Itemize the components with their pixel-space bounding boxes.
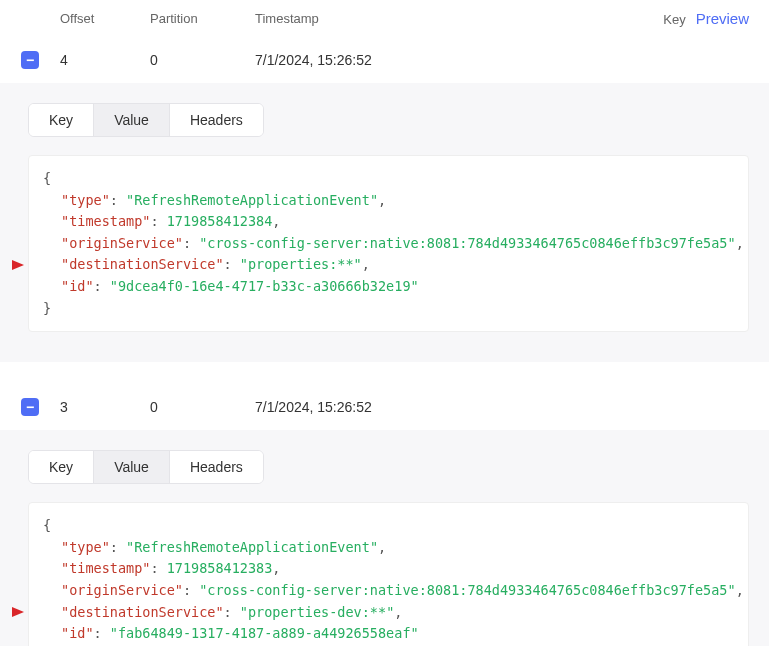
col-header-timestamp: Timestamp xyxy=(255,11,639,26)
tab-bar: Key Value Headers xyxy=(28,450,264,484)
cell-timestamp: 7/1/2024, 15:26:52 xyxy=(255,52,639,68)
table-row: − 3 0 7/1/2024, 15:26:52 xyxy=(0,384,769,430)
cell-partition: 0 xyxy=(150,399,255,415)
detail-panel: Key Value Headers {"type": "RefreshRemot… xyxy=(0,83,769,362)
col-header-key: Key xyxy=(663,12,685,27)
tab-bar: Key Value Headers xyxy=(28,103,264,137)
tab-key[interactable]: Key xyxy=(29,451,94,483)
cell-partition: 0 xyxy=(150,52,255,68)
json-payload: {"type": "RefreshRemoteApplicationEvent"… xyxy=(28,502,749,646)
tab-headers[interactable]: Headers xyxy=(170,104,263,136)
highlight-arrow-icon xyxy=(12,260,24,270)
table-header: Offset Partition Timestamp Key Preview xyxy=(0,0,769,37)
preview-link[interactable]: Preview xyxy=(696,10,749,27)
collapse-button[interactable]: − xyxy=(21,51,39,69)
collapse-button[interactable]: − xyxy=(21,398,39,416)
highlight-arrow-icon xyxy=(12,607,24,617)
tab-key[interactable]: Key xyxy=(29,104,94,136)
table-row: − 4 0 7/1/2024, 15:26:52 xyxy=(0,37,769,83)
tab-value[interactable]: Value xyxy=(94,104,170,136)
json-payload: {"type": "RefreshRemoteApplicationEvent"… xyxy=(28,155,749,332)
tab-value[interactable]: Value xyxy=(94,451,170,483)
cell-offset: 3 xyxy=(60,399,150,415)
tab-headers[interactable]: Headers xyxy=(170,451,263,483)
detail-panel: Key Value Headers {"type": "RefreshRemot… xyxy=(0,430,769,646)
col-header-offset: Offset xyxy=(60,11,150,26)
cell-timestamp: 7/1/2024, 15:26:52 xyxy=(255,399,639,415)
cell-offset: 4 xyxy=(60,52,150,68)
col-header-partition: Partition xyxy=(150,11,255,26)
